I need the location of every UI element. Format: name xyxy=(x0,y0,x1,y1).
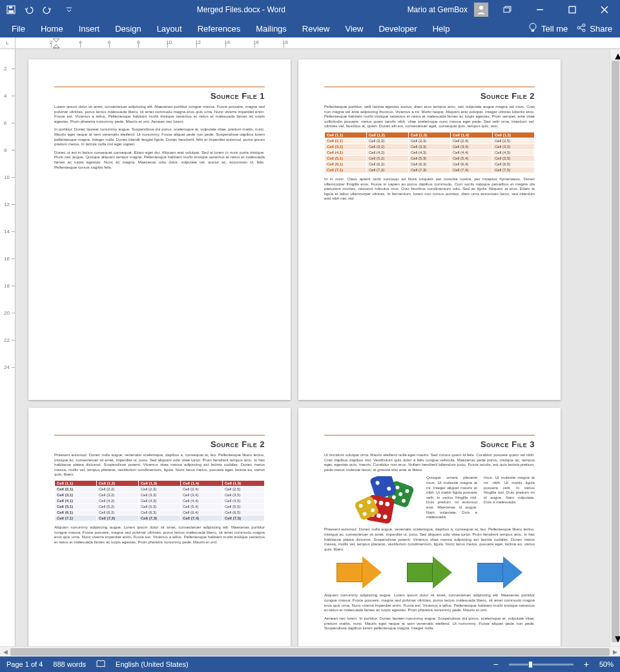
zoom-level[interactable]: 50% xyxy=(599,660,614,668)
tell-me[interactable]: Tell me xyxy=(528,23,568,35)
dice-image xyxy=(350,476,421,525)
chevron-down-icon[interactable] xyxy=(63,4,75,16)
close-icon[interactable] xyxy=(592,1,617,19)
arrow-shape xyxy=(407,556,452,589)
svg-rect-8 xyxy=(569,6,575,13)
vertical-ruler: 24681012141618202224 xyxy=(0,49,16,646)
tab-layout[interactable]: Layout xyxy=(149,21,190,36)
page-indicator[interactable]: Page 1 of 4 xyxy=(6,660,43,668)
svg-point-15 xyxy=(583,29,585,32)
minimize-icon[interactable] xyxy=(527,1,553,19)
horizontal-ruler: L 24681012141618 xyxy=(0,37,620,49)
svg-point-13 xyxy=(583,24,585,26)
svg-rect-1 xyxy=(8,10,14,13)
page-4: Source File 3 Ut tincidunt volutpat urna… xyxy=(298,408,561,646)
title-bar: Merged Files.docx - Word Mario at GemBox xyxy=(0,0,620,19)
heading-source-file-3: Source File 3 xyxy=(324,439,535,449)
share-button[interactable]: Share xyxy=(577,23,612,34)
tab-file[interactable]: File xyxy=(4,21,33,36)
ribbon: FileHomeInsertDesignLayoutReferencesMail… xyxy=(0,19,620,37)
data-table-red: Cell (1,1)Cell (1,2)Cell (1,3)Cell (1,4)… xyxy=(54,480,265,521)
tab-references[interactable]: References xyxy=(190,21,248,36)
lightbulb-icon xyxy=(528,23,537,35)
user-name: Mario at GemBox xyxy=(408,5,468,14)
scroll-down-icon[interactable]: ▼ xyxy=(613,633,620,645)
book-icon[interactable] xyxy=(96,660,105,669)
word-count[interactable]: 888 words xyxy=(53,660,86,668)
tab-view[interactable]: View xyxy=(337,21,371,36)
page-1: Source File 1 Lorem ipsum dolor sit amet… xyxy=(28,59,291,400)
tab-mailings[interactable]: Mailings xyxy=(248,21,294,36)
tab-design[interactable]: Design xyxy=(107,21,149,36)
scrollbar-thumb[interactable] xyxy=(612,61,619,642)
arrow-shapes xyxy=(324,556,535,589)
redo-icon[interactable] xyxy=(41,4,53,16)
arrow-shape xyxy=(477,556,522,589)
svg-rect-2 xyxy=(9,6,12,8)
scroll-right-icon[interactable]: ▶ xyxy=(610,649,620,655)
svg-rect-18 xyxy=(54,48,58,48)
heading-source-file-2: Source File 2 xyxy=(324,91,535,101)
zoom-slider[interactable] xyxy=(509,664,574,666)
maximize-icon[interactable] xyxy=(559,1,585,19)
svg-point-14 xyxy=(577,26,580,29)
document-title: Merged Files.docx - Word xyxy=(75,5,408,14)
save-icon[interactable] xyxy=(5,4,17,16)
svg-rect-12 xyxy=(532,30,534,32)
minus-icon[interactable]: − xyxy=(493,659,499,669)
vertical-scrollbar[interactable]: ▲ ▼ xyxy=(610,49,620,646)
tab-review[interactable]: Review xyxy=(294,21,338,36)
tab-selector[interactable]: L xyxy=(0,37,16,48)
zoom-thumb[interactable] xyxy=(528,661,533,668)
heading-source-file-1: Source File 1 xyxy=(54,91,265,101)
tab-help[interactable]: Help xyxy=(425,21,458,36)
hscroll-thumb[interactable] xyxy=(10,648,610,656)
page-3: Source File 2 Praesent euismod. Donec nu… xyxy=(28,408,291,646)
tab-insert[interactable]: Insert xyxy=(71,21,108,36)
scroll-left-icon[interactable]: ◀ xyxy=(0,649,10,655)
share-icon xyxy=(577,23,586,34)
svg-line-17 xyxy=(580,28,583,30)
undo-icon[interactable] xyxy=(23,4,35,16)
svg-rect-6 xyxy=(504,8,510,12)
document-canvas[interactable]: Source File 1 Lorem ipsum dolor sit amet… xyxy=(16,49,610,646)
horizontal-scrollbar[interactable]: ◀ ▶ xyxy=(0,646,620,656)
indent-marker-icon[interactable] xyxy=(52,38,61,48)
language-indicator[interactable]: English (United States) xyxy=(116,660,189,668)
restore-down-icon[interactable] xyxy=(495,1,521,19)
person-icon[interactable] xyxy=(474,3,488,17)
tab-developer[interactable]: Developer xyxy=(371,21,424,36)
svg-point-11 xyxy=(530,23,536,30)
heading-source-file-2b: Source File 2 xyxy=(54,439,265,449)
svg-line-16 xyxy=(580,26,583,27)
tab-home[interactable]: Home xyxy=(33,21,71,36)
svg-point-4 xyxy=(479,6,483,10)
status-bar: Page 1 of 4 888 words English (United St… xyxy=(0,656,620,672)
plus-icon[interactable]: + xyxy=(584,659,589,669)
data-table-orange: Cell (1,1)Cell (1,2)Cell (1,3)Cell (1,4)… xyxy=(324,132,535,173)
arrow-shape xyxy=(336,556,382,589)
page-2: Source File 2 Pellentesque porttitor, ve… xyxy=(298,59,561,400)
